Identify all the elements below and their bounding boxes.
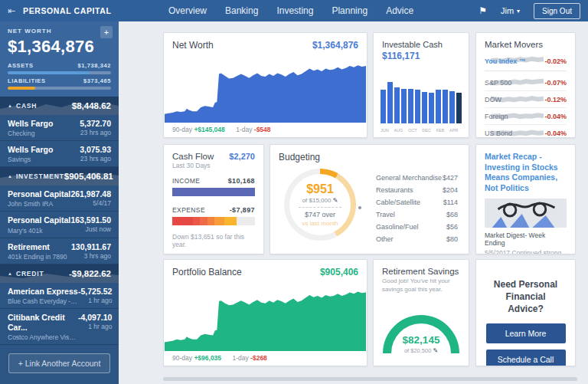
- account-row[interactable]: Retirement 401k Ending in 7890 130,911.6…: [0, 238, 119, 264]
- account-detail: Costco Anywhere Visa C...: [8, 333, 78, 341]
- account-name: Wells Fargo: [8, 145, 53, 155]
- trend-footer: 90-day +$96,035 1-day -$268: [172, 354, 267, 362]
- mover-change: -0.04%: [544, 130, 567, 137]
- horizontal-scrollbar[interactable]: [163, 377, 577, 381]
- budget-category[interactable]: Cable/Satellite$114: [376, 196, 458, 208]
- section-header-investment[interactable]: ▲ INVESTMENT $905,406.81: [0, 167, 119, 185]
- bar: [456, 93, 462, 123]
- article-title[interactable]: Market Recap - Investing in Stocks Means…: [476, 145, 575, 194]
- link-another-account-button[interactable]: + Link Another Account: [8, 353, 111, 373]
- section-header-cash[interactable]: ▲ CASH $8,448.62: [0, 97, 119, 115]
- collapse-caret-icon: ▲: [8, 271, 12, 276]
- plus-icon: +: [18, 359, 23, 368]
- nav-investing[interactable]: Investing: [276, 5, 313, 16]
- ninety-day-change: +$145,048: [194, 126, 224, 133]
- budget-gauge: $951 of $15,000 ✎ $747 over vs last mont…: [284, 169, 356, 241]
- nav-advice[interactable]: Advice: [386, 5, 413, 16]
- account-updated: 1 hr ago: [78, 323, 112, 330]
- learn-more-button[interactable]: Learn More: [486, 323, 566, 343]
- account-value: -5,725.52: [78, 287, 112, 296]
- budget-category[interactable]: Restaurants$204: [376, 184, 458, 196]
- account-updated: Just now: [70, 225, 111, 233]
- net-worth-card-value: $1,364,876: [312, 40, 358, 51]
- mover-name: S&P 500: [485, 79, 511, 87]
- budget-category-list: General Merchandise$427 Restaurants$204 …: [376, 172, 458, 245]
- account-detail: 401k Ending in 7890: [8, 253, 67, 261]
- article-image: [485, 199, 567, 228]
- budget-category[interactable]: Other$80: [376, 233, 458, 245]
- account-value: 163,591.50: [70, 215, 111, 225]
- retirement-amount: $82,145: [383, 334, 459, 346]
- one-day-change: -$268: [250, 354, 267, 362]
- market-recap-card[interactable]: Market Recap - Investing in Stocks Means…: [475, 144, 576, 254]
- income-value: $10,168: [228, 177, 255, 185]
- mover-change: -0.07%: [544, 79, 567, 87]
- account-row[interactable]: Wells Fargo Savings 3,075.93 23 hrs ago: [0, 141, 119, 167]
- mover-name: US Bond: [485, 130, 512, 137]
- bar: [401, 89, 407, 123]
- nav-overview[interactable]: Overview: [168, 5, 207, 16]
- mover-row-sp500[interactable]: S&P 500 -0.07%: [485, 74, 567, 91]
- mover-row-you-index[interactable]: You Index ™ -0.02%: [485, 52, 567, 71]
- mover-row-foreign[interactable]: Foreign -0.04%: [485, 108, 567, 125]
- sidebar-collapse-icon[interactable]: ⇤: [8, 5, 15, 16]
- advice-title: Need Personal Financial Advice?: [476, 260, 575, 316]
- account-value: 261,987.48: [70, 189, 111, 199]
- add-account-button[interactable]: +: [100, 26, 113, 38]
- section-value: $905,406.81: [64, 172, 113, 181]
- retirement-savings-card[interactable]: Retirement Savings Good job! You've hit …: [373, 259, 469, 366]
- user-menu[interactable]: Jim ▾: [501, 6, 520, 15]
- bar: [443, 90, 448, 123]
- portfolio-balance-card[interactable]: Portfolio Balance $905,406 90-day +$96,0…: [163, 259, 368, 366]
- budget-category[interactable]: Travel$68: [376, 208, 458, 221]
- nav-planning[interactable]: Planning: [332, 5, 368, 16]
- mover-row-dow[interactable]: DOW -0.12%: [485, 91, 567, 108]
- advice-card: Need Personal Financial Advice? Learn Mo…: [475, 259, 576, 366]
- account-row[interactable]: Personal Capital John Smith IRA 261,987.…: [0, 185, 119, 212]
- flag-icon[interactable]: ⚑: [479, 5, 487, 16]
- mover-row-us-bond[interactable]: US Bond -0.04%: [485, 125, 567, 138]
- edit-icon[interactable]: ✎: [433, 347, 438, 354]
- card-title: Investable Cash: [382, 40, 443, 49]
- section-header-credit[interactable]: ▲ CREDIT -$9,822.62: [0, 264, 119, 283]
- collapse-caret-icon: ▲: [8, 174, 12, 179]
- bar-chart-tick-labels: JUNAUGOCTDECFEBAPR: [381, 128, 462, 133]
- account-detail: John Smith IRA: [8, 200, 70, 208]
- bar: [436, 90, 441, 123]
- schedule-call-button[interactable]: Schedule a Call: [486, 350, 566, 366]
- account-value: 5,372.70: [80, 119, 111, 128]
- edit-icon[interactable]: ✎: [333, 197, 338, 204]
- user-name: Jim: [501, 6, 514, 15]
- account-detail: Savings: [8, 156, 53, 163]
- net-worth-card[interactable]: Net Worth $1,364,876 90-day +$145,048 1-…: [163, 32, 368, 138]
- account-detail: Mary's 401k: [8, 227, 70, 235]
- income-bar: [172, 188, 255, 196]
- account-name: Retirement: [8, 242, 67, 252]
- portfolio-value: $905,406: [320, 267, 358, 277]
- market-movers-card[interactable]: Market Movers You Index ™ -0.02% S&P 500…: [475, 32, 576, 138]
- budgeting-card[interactable]: Budgeting $951 of $15,000 ✎ $747 over vs…: [270, 144, 469, 254]
- card-title: Net Worth: [172, 40, 214, 51]
- investable-cash-card[interactable]: Investable Cash $116,171 JUNAUGOCTDECFEB…: [373, 32, 469, 138]
- account-row[interactable]: American Express Blue Cash Everyday - X1…: [0, 283, 119, 309]
- account-row[interactable]: Citibank Credit Car... Costco Anywhere V…: [0, 309, 119, 345]
- bar: [449, 91, 455, 123]
- card-title: Portfolio Balance: [172, 267, 242, 277]
- sign-out-button[interactable]: Sign Out: [534, 3, 580, 19]
- brand: ⇤ PERSONAL CAPITAL: [0, 5, 121, 16]
- budget-category[interactable]: General Merchandise$427: [376, 172, 458, 184]
- budget-category[interactable]: Gasoline/Fuel$56: [376, 221, 458, 233]
- section-label: INVESTMENT: [16, 172, 64, 180]
- account-updated: 23 hrs ago: [80, 155, 111, 162]
- net-worth-area-chart: [165, 56, 366, 123]
- account-row[interactable]: Wells Fargo Checking 5,372.70 23 hrs ago: [0, 115, 119, 141]
- mover-change: -0.02%: [544, 57, 567, 65]
- ninety-day-change: +$96,035: [194, 354, 221, 362]
- account-value: 130,911.67: [71, 242, 111, 251]
- nav-banking[interactable]: Banking: [225, 5, 258, 16]
- liabilities-value: $373,465: [83, 77, 111, 84]
- article-source: Market Digest- Week Ending: [476, 228, 575, 247]
- cash-flow-card[interactable]: Cash Flow $2,270 Last 30 Days INCOME $10…: [163, 144, 264, 254]
- investable-cash-value: $116,171: [374, 49, 469, 61]
- account-row[interactable]: Personal Capital Mary's 401k 163,591.50 …: [0, 212, 119, 238]
